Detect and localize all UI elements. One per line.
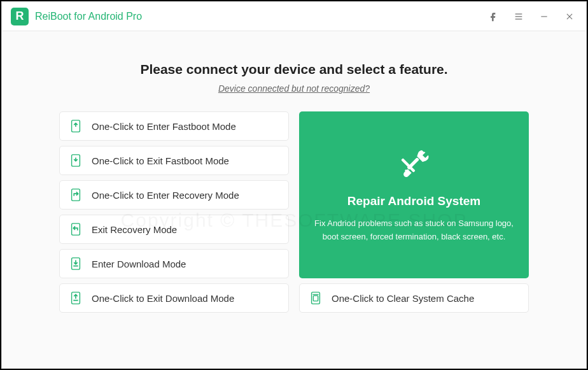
- button-label: One-Click to Exit Fastboot Mode: [92, 155, 229, 166]
- exit-recovery-button[interactable]: Exit Recovery Mode: [59, 215, 289, 244]
- svg-point-14: [405, 169, 407, 171]
- minimize-icon: [540, 12, 549, 21]
- enter-download-icon: [69, 257, 83, 271]
- svg-rect-16: [313, 295, 318, 301]
- exit-download-button[interactable]: One-Click to Exit Download Mode: [59, 283, 289, 313]
- logo-letter: R: [16, 10, 24, 23]
- facebook-icon: [488, 11, 498, 22]
- tools-icon: [398, 146, 431, 179]
- right-column: Repair Android System Fix Andriod proble…: [299, 111, 529, 313]
- repair-description: Fix Andriod problems such as stuck on Sa…: [314, 217, 514, 244]
- button-label: Enter Download Mode: [92, 259, 186, 269]
- repair-system-card[interactable]: Repair Android System Fix Andriod proble…: [299, 111, 529, 278]
- main-content: Copyright © THESOFTWARE.SHOP Please conn…: [2, 31, 586, 368]
- close-button[interactable]: [558, 5, 581, 28]
- exit-fastboot-button[interactable]: One-Click to Exit Fastboot Mode: [59, 146, 289, 175]
- close-icon: [565, 12, 574, 21]
- enter-recovery-icon: [69, 188, 83, 202]
- app-window: R ReiBoot for Android Pro Copyright © TH…: [1, 1, 587, 369]
- button-label: One-Click to Clear System Cache: [332, 293, 474, 304]
- left-column: One-Click to Enter Fastboot Mode One-Cli…: [59, 111, 289, 313]
- clear-cache-button[interactable]: One-Click to Clear System Cache: [299, 283, 529, 313]
- enter-fastboot-button[interactable]: One-Click to Enter Fastboot Mode: [59, 111, 289, 141]
- exit-fastboot-icon: [69, 153, 83, 167]
- page-heading: Please connect your device and select a …: [140, 62, 447, 77]
- enter-download-button[interactable]: Enter Download Mode: [59, 249, 289, 278]
- svg-rect-12: [407, 157, 419, 170]
- exit-download-icon: [69, 291, 83, 305]
- enter-fastboot-icon: [69, 119, 83, 133]
- svg-rect-15: [312, 292, 320, 304]
- device-not-recognized-link[interactable]: Device connected but not recognized?: [218, 83, 370, 94]
- button-label: One-Click to Enter Fastboot Mode: [92, 121, 236, 132]
- repair-title: Repair Android System: [347, 194, 480, 208]
- enter-recovery-button[interactable]: One-Click to Enter Recovery Mode: [59, 180, 289, 210]
- svg-rect-9: [72, 224, 80, 235]
- menu-icon: [514, 11, 524, 22]
- facebook-button[interactable]: [482, 5, 505, 28]
- feature-grid: One-Click to Enter Fastboot Mode One-Cli…: [59, 111, 529, 313]
- app-title: ReiBoot for Android Pro: [35, 11, 142, 22]
- titlebar-left: R ReiBoot for Android Pro: [11, 8, 142, 25]
- button-label: One-Click to Enter Recovery Mode: [92, 190, 239, 201]
- titlebar: R ReiBoot for Android Pro: [2, 2, 586, 31]
- menu-button[interactable]: [507, 5, 530, 28]
- minimize-button[interactable]: [533, 5, 556, 28]
- button-label: One-Click to Exit Download Mode: [92, 293, 234, 304]
- button-label: Exit Recovery Mode: [92, 224, 177, 235]
- clear-cache-icon: [309, 291, 323, 305]
- exit-recovery-icon: [69, 222, 83, 236]
- app-logo: R: [11, 8, 29, 25]
- titlebar-right: [482, 5, 581, 28]
- svg-rect-8: [72, 189, 80, 201]
